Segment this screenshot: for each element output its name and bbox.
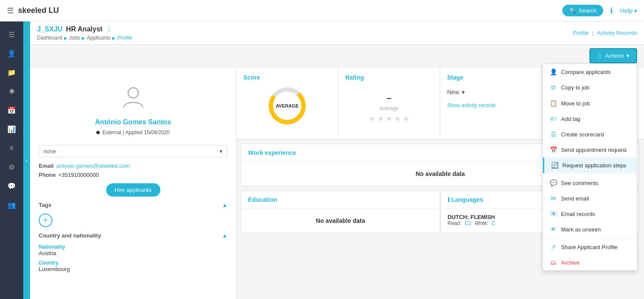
sidebar-item-folder[interactable]: 📁 — [3, 64, 20, 81]
sidebar-item-users[interactable]: 👤 — [3, 45, 20, 62]
stage-dropdown[interactable]: New ▾ — [447, 89, 465, 96]
dropdown-item-appointment[interactable]: 📅 Send appointment request — [543, 142, 637, 157]
candidate-full-name: António Gomes Santos — [95, 118, 171, 126]
content-area: J_SXJU HR Analyst ⋮ Dashboard ▶ Jobs ▶ A… — [30, 22, 644, 299]
sidebar-item-list[interactable]: ≡ — [3, 139, 20, 157]
topbar-right: 🔍 Search ℹ Help ▾ — [562, 5, 637, 16]
tags-section-header: Tags ▲ — [39, 202, 227, 208]
breadcrumb-arrow-2: ▶ — [82, 36, 85, 40]
add-tag-button[interactable]: + — [39, 213, 52, 227]
sidebar-item-settings[interactable]: ⚙ — [3, 158, 20, 176]
sidebar-item-menu[interactable]: ☰ — [3, 26, 20, 43]
write-value: C — [492, 220, 496, 226]
star-2: ★ — [377, 114, 384, 123]
country-toggle-icon[interactable]: ▲ — [222, 232, 227, 239]
sidebar-item-star[interactable]: ✱ — [3, 83, 20, 100]
breadcrumb-arrow-1: ▶ — [64, 36, 67, 40]
left-panel: António Gomes Santos External | Applied … — [30, 67, 236, 299]
dropdown-item-copy[interactable]: ⧉ Copy to job — [543, 80, 637, 96]
send-email-icon: ✉ — [550, 195, 557, 202]
status-badge: External | Applied 15/09/2020 — [96, 129, 170, 136]
sidebar-item-group[interactable]: 👥 — [3, 196, 20, 213]
dropdown-item-compare[interactable]: 👤 Compare applicants — [543, 64, 637, 80]
copy-icon: ⧉ — [550, 84, 557, 91]
separator: | — [592, 30, 593, 36]
unseen-icon: 👁 — [550, 226, 557, 233]
avatar-icon — [120, 84, 146, 115]
actions-button[interactable]: ⋮ Actions ▾ — [589, 48, 637, 63]
star-1: ★ — [368, 114, 375, 123]
country-section: Nationality Austria Country Luxembourg — [39, 244, 227, 272]
email-records-icon: 📧 — [550, 210, 557, 217]
dropdown-item-tag[interactable]: 🏷 Add tag — [543, 111, 637, 126]
breadcrumb-jobs[interactable]: Jobs — [69, 35, 80, 41]
breadcrumb-applicants[interactable]: Applicants — [87, 35, 110, 41]
source-chevron-icon: ▾ — [220, 148, 223, 154]
country-field: Country Luxembourg — [39, 260, 227, 272]
sidebar-item-calendar[interactable]: 📅 — [3, 102, 20, 119]
phone-value: +351910000000 — [58, 172, 99, 178]
phone-row: Phone +351910000000 — [39, 172, 227, 178]
scorecard-icon: ☰ — [550, 131, 557, 138]
refresh-icon: 🔄 — [551, 162, 558, 169]
stage-cell: Stage New ▾ Show activity records — [440, 67, 542, 139]
dropdown-item-comments[interactable]: 💬 See comments — [543, 175, 637, 191]
score-donut: AVERAGE — [266, 84, 309, 127]
search-button[interactable]: 🔍 Search — [562, 5, 603, 16]
hire-applicants-button[interactable]: Hire applicants — [106, 183, 160, 197]
show-activity-link[interactable]: Show activity records — [447, 102, 496, 108]
dropdown-item-send-email[interactable]: ✉ Send email — [543, 191, 637, 206]
dropdown-item-move[interactable]: 📋 Move to job — [543, 96, 637, 111]
email-label: Email — [39, 163, 54, 169]
archive-icon: 🗂 — [550, 259, 557, 266]
score-cell: Score AVERAGE — [236, 67, 338, 139]
sidebar-item-comment[interactable]: 💬 — [3, 177, 20, 194]
topbar: ☰ skeeled LU 🔍 Search ℹ Help ▾ — [0, 0, 644, 22]
breadcrumb-profile: Profile — [117, 35, 132, 41]
more-options-icon[interactable]: ⋮ — [106, 25, 113, 33]
profile-link[interactable]: Profile — [573, 30, 589, 36]
stage-area: New ▾ Show activity records — [447, 84, 535, 113]
comments-icon: 💬 — [550, 179, 557, 186]
breadcrumb-dashboard[interactable]: Dashboard — [37, 35, 62, 41]
sidebar: ☰ 👤 📁 ✱ 📅 📊 ≡ ⚙ 💬 👥 — [0, 22, 23, 299]
source-select[interactable]: none ▾ — [39, 145, 227, 157]
stage-chevron-icon: ▾ — [462, 89, 465, 96]
help-button[interactable]: Help ▾ — [620, 7, 637, 14]
dropdown-item-archive[interactable]: 🗂 Archive — [543, 255, 637, 270]
star-5: ★ — [403, 114, 410, 123]
compare-icon: 👤 — [550, 68, 557, 75]
avatar-area: António Gomes Santos External | Applied … — [39, 76, 227, 140]
write-label: Write: — [475, 220, 488, 226]
actions-chevron-icon: ▾ — [626, 52, 629, 59]
score-label: AVERAGE — [276, 103, 299, 108]
candidate-role: HR Analyst — [66, 25, 103, 33]
education-section: Education No available data — [241, 191, 440, 233]
breadcrumb: Dashboard ▶ Jobs ▶ Applicants ▶ Profile — [37, 35, 132, 41]
sub-header-right: Profile | Activity Records — [573, 30, 637, 36]
read-value: C2 — [465, 220, 471, 226]
sidebar-collapse-button[interactable]: ‹ — [23, 22, 30, 299]
activity-records-link[interactable]: Activity Records — [597, 30, 637, 36]
phone-label: Phone — [39, 172, 56, 178]
tags-toggle-icon[interactable]: ▲ — [222, 202, 227, 208]
actions-icon: ⋮ — [597, 52, 603, 59]
dropdown-item-scorecard[interactable]: ☰ Create scorecard — [543, 126, 637, 142]
contact-info: Email antonio.gomes@skeeled.com Phone +3… — [39, 163, 227, 178]
hamburger-icon[interactable]: ☰ — [7, 6, 14, 15]
actions-dropdown-container: ⋮ Actions ▾ 👤 Compare applicants ⧉ Copy … — [589, 48, 637, 63]
actions-dropdown-menu: 👤 Compare applicants ⧉ Copy to job 📋 Mov… — [543, 64, 637, 271]
sidebar-item-chart[interactable]: 📊 — [3, 120, 20, 138]
candidate-title: J_SXJU HR Analyst ⋮ — [37, 25, 132, 33]
info-icon[interactable]: ℹ — [610, 6, 613, 15]
star-rating: ★ ★ ★ ★ ★ — [368, 114, 410, 123]
dropdown-item-share[interactable]: ↗ Share Applicant Profile — [543, 239, 637, 255]
dropdown-item-request-steps[interactable]: 🔄 Request application steps — [543, 157, 637, 173]
dropdown-item-mark-unseen[interactable]: 👁 Mark as unseen — [543, 222, 637, 237]
star-4: ★ — [394, 114, 401, 123]
languages-info-icon: ℹ — [448, 196, 451, 203]
nationality-field: Nationality Austria — [39, 244, 227, 256]
dropdown-divider-1 — [543, 174, 637, 174]
dropdown-item-email-records[interactable]: 📧 Email records — [543, 206, 637, 222]
svg-point-0 — [128, 88, 138, 98]
